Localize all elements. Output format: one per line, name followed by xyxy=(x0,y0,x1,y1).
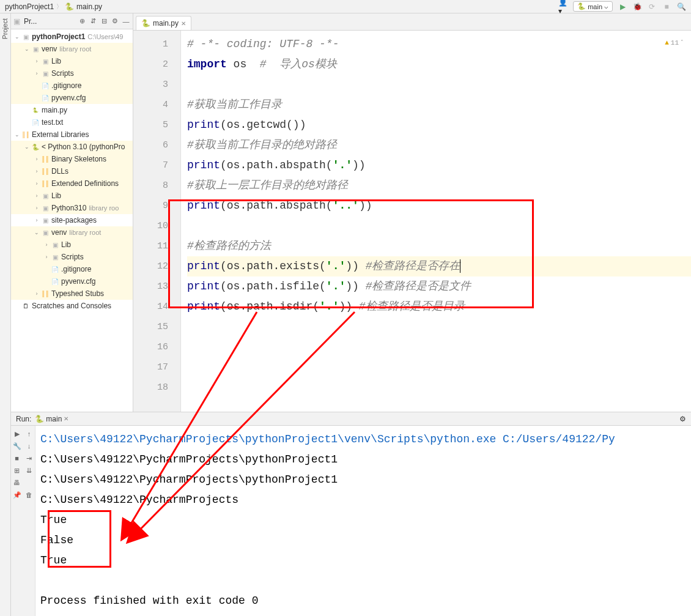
tree-dlls[interactable]: › ║║ DLLs xyxy=(11,165,133,177)
editor-tab-main[interactable]: 🐍 main.py ✕ xyxy=(136,16,191,30)
tree-sitepkg[interactable]: › ▣ site-packages xyxy=(11,214,133,226)
caret xyxy=(460,259,460,273)
debug-icon[interactable]: 🐞 xyxy=(632,2,642,12)
run-config-selector[interactable]: 🐍 main ⌵ xyxy=(573,1,613,12)
breadcrumb-file[interactable]: main.py xyxy=(76,2,102,11)
select-opened-icon[interactable]: ⊕ xyxy=(78,17,86,26)
code-comment: #检查路径是否是文件 xyxy=(366,280,471,292)
topbar: pythonProject1 〉 🐍 main.py 👤▾ 🐍 main ⌵ ▶… xyxy=(0,0,691,13)
tree-gitignore2-label: .gitignore xyxy=(61,265,91,273)
run-settings[interactable]: ⚙ xyxy=(679,415,686,423)
breadcrumb-project[interactable]: pythonProject1 xyxy=(5,2,54,11)
main-area: ▣ Pr... ⊕ ⇵ ⊟ ⚙ — ⌄ ▣ pythonProject1 C:\… xyxy=(11,13,691,412)
tree-venv2[interactable]: ⌄ ▣ venv library root xyxy=(11,226,133,239)
tree-external-libraries[interactable]: ⌄ ║║ External Libraries xyxy=(11,128,133,141)
close-icon[interactable]: ✕ xyxy=(181,20,186,27)
tree-binskel-label: Binary Skeletons xyxy=(51,155,106,163)
tree-lib[interactable]: › ▣ Lib xyxy=(11,55,133,67)
tree-gitignore[interactable]: 📄 .gitignore xyxy=(11,80,133,92)
chevron-right-icon[interactable]: › xyxy=(43,254,50,260)
tree-typeshed-label: Typeshed Stubs xyxy=(51,289,104,298)
stop-icon[interactable]: ■ xyxy=(662,2,671,12)
tree-lib3[interactable]: › ▣ Lib xyxy=(11,239,133,251)
hide-icon[interactable]: — xyxy=(122,17,130,26)
collapse-icon[interactable]: ⊟ xyxy=(100,17,108,26)
code-string: '.' xyxy=(326,280,346,292)
tree-extdefs[interactable]: › ║║ Extended Definitions xyxy=(11,177,133,190)
code-comment: #检查路径是否是目录 xyxy=(359,300,465,313)
tree-scripts[interactable]: › ▣ Scripts xyxy=(11,67,133,80)
scroll-icon[interactable]: ⇊ xyxy=(24,465,35,476)
python-file-icon: 🐍 xyxy=(141,19,150,28)
chevron-right-icon[interactable]: › xyxy=(33,291,40,297)
console-line: C:\Users\49122\PycharmProjects xyxy=(40,490,691,510)
editor-body[interactable]: 123456789101112131415161718 ▲ 11 ˄ # -*-… xyxy=(133,31,691,412)
rerun-icon[interactable]: ▶ xyxy=(12,428,23,439)
tree-py310dir[interactable]: › ▣ Python310 library roo xyxy=(11,202,133,214)
tree-typeshed[interactable]: › ║║ Typeshed Stubs xyxy=(11,288,133,300)
chevron-right-icon[interactable]: › xyxy=(33,193,40,199)
code[interactable]: ▲ 11 ˄ # -*- coding: UTF-8 -*- import os… xyxy=(181,31,691,412)
chevron-down-icon[interactable]: ⌄ xyxy=(23,144,31,150)
chevron-right-icon[interactable]: › xyxy=(33,58,40,64)
chevron-right-icon[interactable]: › xyxy=(33,168,40,174)
tab-label: main.py xyxy=(153,19,179,28)
tree-scratches[interactable]: 🗒 Scratches and Consoles xyxy=(11,300,133,312)
print-icon[interactable]: 🖶 xyxy=(12,477,23,488)
code-comment: # -*- coding: UTF-8 -*- xyxy=(187,38,339,50)
search-icon[interactable]: 🔍 xyxy=(676,2,686,12)
tree-scripts2[interactable]: › ▣ Scripts xyxy=(11,251,133,263)
breadcrumb[interactable]: pythonProject1 〉 🐍 main.py xyxy=(5,2,558,11)
run-icon[interactable]: ▶ xyxy=(618,2,627,12)
tree-python310[interactable]: ⌄ 🐍 < Python 3.10 (pythonPro xyxy=(11,141,133,153)
user-icon[interactable]: 👤▾ xyxy=(558,2,568,12)
gear-icon[interactable]: ⚙ xyxy=(679,415,686,423)
library-icon: ║║ xyxy=(21,130,31,139)
gear-icon[interactable]: ⚙ xyxy=(111,17,119,26)
pin-icon[interactable]: 📌 xyxy=(12,489,23,500)
code-comment: #获取当前工作目录 xyxy=(187,98,282,111)
tree-binskel[interactable]: › ║║ Binary Skeletons xyxy=(11,153,133,165)
tree-scratches-label: Scratches and Consoles xyxy=(32,302,111,310)
tree-venv-hint: library root xyxy=(59,45,91,53)
tree-pyvenvcfg2[interactable]: 📄 pyvenv.cfg xyxy=(11,275,133,288)
code-comment: # 导入os模块 xyxy=(260,58,337,70)
chevron-right-icon[interactable]: › xyxy=(33,205,40,211)
tree-gitignore2[interactable]: 📄 .gitignore xyxy=(11,263,133,275)
chevron-right-icon[interactable]: › xyxy=(33,156,40,162)
expand-icon[interactable]: ⇵ xyxy=(89,17,97,26)
tree-pyvenvcfg[interactable]: 📄 pyvenv.cfg xyxy=(11,92,133,104)
chevron-right-icon[interactable]: › xyxy=(33,70,40,76)
down-icon[interactable]: ↓ xyxy=(24,440,35,451)
tree-testtxt[interactable]: 📄 test.txt xyxy=(11,116,133,128)
console-output[interactable]: C:\Users\49122\PycharmProjects\pythonPro… xyxy=(35,426,691,616)
project-vertical-tab[interactable]: Project xyxy=(0,13,10,44)
tree-root-label: pythonProject1 xyxy=(32,32,85,41)
tree-venv[interactable]: ⌄ ▣ venv library root xyxy=(11,43,133,55)
python-icon: 🐍 xyxy=(577,2,586,10)
chevron-down-icon[interactable]: ⌄ xyxy=(23,46,31,52)
tree-root[interactable]: ⌄ ▣ pythonProject1 C:\Users\49 xyxy=(11,31,133,43)
close-icon[interactable]: ✕ xyxy=(64,415,68,422)
code-comment: #获取上一层工作目录的绝对路径 xyxy=(187,179,348,191)
coverage-icon[interactable]: ⟳ xyxy=(647,2,657,12)
trash-icon[interactable]: 🗑 xyxy=(24,489,35,500)
chevron-down-icon[interactable]: ⌄ xyxy=(13,132,21,138)
chevron-right-icon[interactable]: › xyxy=(33,180,40,187)
up-icon[interactable]: ↑ xyxy=(24,428,35,439)
project-tree[interactable]: ⌄ ▣ pythonProject1 C:\Users\49 ⌄ ▣ venv … xyxy=(11,29,133,412)
inspection-widget[interactable]: ▲ 11 ˄ xyxy=(665,33,684,53)
chevron-down-icon[interactable]: ⌄ xyxy=(13,34,21,40)
tree-dlls-label: DLLs xyxy=(51,167,68,176)
layout-icon[interactable]: ⊞ xyxy=(12,465,23,476)
chevron-right-icon[interactable]: › xyxy=(33,217,40,223)
python-icon: 🐍 xyxy=(31,143,40,151)
run-tab[interactable]: 🐍 main ✕ xyxy=(35,415,68,423)
wrench-icon[interactable]: 🔧 xyxy=(12,440,23,451)
softwrap-icon[interactable]: ⇥ xyxy=(24,453,35,464)
chevron-down-icon[interactable]: ⌄ xyxy=(33,229,40,236)
chevron-right-icon[interactable]: › xyxy=(43,242,50,248)
stop-icon[interactable]: ■ xyxy=(12,453,23,464)
tree-lib2[interactable]: › ▣ Lib xyxy=(11,190,133,202)
tree-mainpy[interactable]: 🐍 main.py xyxy=(11,104,133,116)
